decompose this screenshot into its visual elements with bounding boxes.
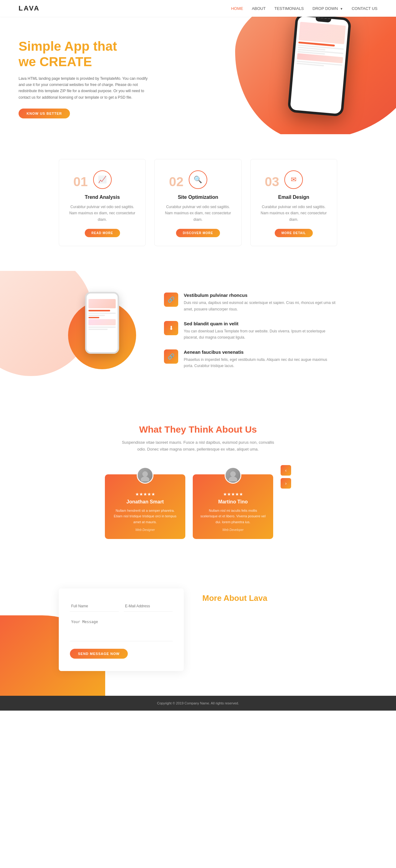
testi-card-1: ★★★★★ Martino Tino Nullam nisl mi iaculi…: [193, 474, 273, 539]
svg-point-1: [141, 476, 149, 482]
feature-desc-2: Curabitur pulvinar vel odio sed sagittis…: [259, 204, 328, 223]
feature-icon-1: 🔍: [189, 170, 207, 189]
social-icons: f t in g+ p: [202, 653, 337, 662]
hero-cta-button[interactable]: KNOW US BETTER: [19, 108, 70, 118]
about-inner: 🔗 Vestibulum pulvinar rhoncus Duis nisi …: [59, 292, 337, 378]
full-name-input[interactable]: [70, 601, 119, 612]
navbar: LAVA HOME ABOUT TESTIMONIALS DROP DOWN ▼…: [0, 0, 396, 17]
social-pinterest[interactable]: p: [252, 653, 261, 662]
feature-icon-2: ✉: [284, 170, 303, 189]
email-input[interactable]: [124, 601, 173, 612]
contact-form-wrap: SEND MESSAGE NOW: [59, 588, 184, 671]
about-features: 🔗 Vestibulum pulvinar rhoncus Duis nisi …: [164, 292, 337, 378]
testi-name-1: Martino Tino: [200, 499, 266, 505]
nav-links: HOME ABOUT TESTIMONIALS DROP DOWN ▼ CONT…: [231, 6, 377, 11]
testi-next-button[interactable]: ›: [281, 478, 291, 489]
about-desc-0: Duis nisi uma, dapibus sed euismod ac sc…: [184, 300, 337, 312]
nav-logo[interactable]: LAVA: [19, 4, 40, 12]
testi-content-0: ★★★★★ Jonathan Smart Nullam hendrerit si…: [112, 480, 178, 532]
nav-link-about[interactable]: ABOUT: [252, 6, 266, 11]
feature-num-2: 03: [265, 175, 279, 188]
feature-title-0: Trend Analysis: [68, 194, 137, 200]
contact-section: SEND MESSAGE NOW More About Lava Praesen…: [0, 564, 396, 696]
about-title-0: Vestibulum pulvinar rhoncus: [184, 292, 337, 298]
testi-name-0: Jonathan Smart: [112, 499, 178, 505]
about-phone-mock: [85, 292, 119, 354]
social-linkedin[interactable]: in: [227, 653, 236, 662]
nav-item-testimonials[interactable]: TESTIMONIALS: [274, 6, 304, 11]
svg-point-3: [229, 476, 237, 482]
testi-text-1: Nullam nisl mi iaculis felis mollis scel…: [200, 508, 266, 525]
contact-para2: If you need this contact form to send em…: [202, 633, 337, 647]
social-facebook[interactable]: f: [202, 653, 212, 662]
testi-content-1: ★★★★★ Martino Tino Nullam nisl mi iaculi…: [200, 480, 266, 532]
testi-navigation: ‹ ›: [281, 465, 291, 489]
nav-item-contact[interactable]: CONTACT US: [352, 6, 377, 11]
nav-link-home[interactable]: HOME: [231, 6, 243, 11]
about-feature-2: 🔗 Aenean faucibus venenatis Phasellus in…: [164, 349, 337, 369]
about-desc-1: You can download Lava Template from our …: [184, 328, 337, 341]
feature-num-1: 02: [169, 175, 183, 188]
feature-num-0: 01: [73, 175, 88, 188]
feature-card-1: 02 🔍 Site Optimization Curabitur pulvina…: [154, 159, 241, 246]
hero-content: Simple App that we CREATE Lava HTML land…: [19, 39, 149, 118]
send-message-button[interactable]: SEND MESSAGE NOW: [70, 649, 128, 659]
about-feature-0: 🔗 Vestibulum pulvinar rhoncus Duis nisi …: [164, 292, 337, 312]
feature-card-0: 01 📈 Trend Analysis Curabitur pulvinar v…: [59, 159, 146, 246]
feature-btn-0[interactable]: READ MORE: [85, 229, 120, 237]
about-text-0: Vestibulum pulvinar rhoncus Duis nisi um…: [184, 292, 337, 312]
testi-text-0: Nullam hendrerit sit a semper pharetra. …: [112, 508, 178, 525]
about-phone-wrap: [59, 301, 145, 369]
nav-link-dropdown[interactable]: DROP DOWN ▼: [312, 6, 343, 11]
nav-link-contact[interactable]: CONTACT US: [352, 6, 377, 11]
feature-icon-0: 📈: [93, 170, 112, 189]
testimonials-grid: ★★★★★ Jonathan Smart Nullam hendrerit si…: [19, 465, 377, 539]
testimonials-section: What They Think About Us Suspendisse vit…: [0, 400, 396, 564]
nav-link-testimonials[interactable]: TESTIMONIALS: [274, 6, 304, 11]
contact-info-heading: More About Lava: [202, 593, 337, 603]
message-textarea[interactable]: [70, 617, 173, 641]
feature-btn-1[interactable]: DISCOVER MORE: [176, 229, 220, 237]
feature-card-inner-0: 01 📈 Trend Analysis Curabitur pulvinar v…: [68, 170, 137, 237]
nav-item-home[interactable]: HOME: [231, 6, 243, 11]
feature-title-1: Site Optimization: [163, 194, 232, 200]
social-twitter[interactable]: t: [215, 653, 224, 662]
feature-btn-2[interactable]: MORE DETAIL: [275, 229, 313, 237]
feature-desc-1: Curabitur pulvinar vel odio sed sagittis…: [163, 204, 232, 223]
testi-avatar-1: [224, 467, 241, 484]
hero-title: Simple App that we CREATE: [19, 39, 149, 70]
about-text-1: Sed blandit quam in velit You can downlo…: [184, 321, 337, 341]
features-grid: 01 📈 Trend Analysis Curabitur pulvinar v…: [59, 159, 337, 246]
testi-stars-1: ★★★★★: [200, 492, 266, 497]
about-title-1: Sed blandit quam in velit: [184, 321, 337, 326]
about-text-2: Aenean faucibus venenatis Phasellus in i…: [184, 349, 337, 369]
contact-para1: Praesent dapibus uma vel lacus accumsan,…: [202, 609, 337, 629]
about-icon-0: 🔗: [164, 292, 178, 307]
phone-screen-image: [299, 22, 346, 44]
testi-prev-button[interactable]: ‹: [281, 465, 291, 475]
about-desc-2: Phasellus in imperdiet felis, eget vesti…: [184, 356, 337, 369]
about-icon-2: 🔗: [164, 349, 178, 364]
svg-point-0: [142, 471, 148, 477]
footer-text: Copyright © 2019 Company Name. All right…: [157, 701, 239, 705]
contact-inner: SEND MESSAGE NOW More About Lava Praesen…: [59, 588, 337, 671]
chevron-down-icon: ▼: [340, 7, 343, 10]
feature-desc-0: Curabitur pulvinar vel odio sed sagittis…: [68, 204, 137, 223]
social-googleplus[interactable]: g+: [240, 653, 249, 662]
avatar-img-0: [138, 468, 153, 483]
testi-avatar-0: [137, 467, 153, 484]
testi-role-1: Web Developer: [200, 528, 266, 532]
about-feature-1: ⬇ Sed blandit quam in velit You can down…: [164, 321, 337, 341]
footer: Copyright © 2019 Company Name. All right…: [0, 696, 396, 711]
svg-point-2: [230, 471, 236, 477]
testi-card-0: ★★★★★ Jonathan Smart Nullam hendrerit si…: [105, 474, 185, 539]
nav-item-dropdown[interactable]: DROP DOWN ▼: [312, 6, 343, 11]
testi-role-0: Web Designer: [112, 528, 178, 532]
about-section: 🔗 Vestibulum pulvinar rhoncus Duis nisi …: [0, 271, 396, 399]
features-section: 01 📈 Trend Analysis Curabitur pulvinar v…: [0, 134, 396, 271]
testimonials-subtitle: Suspendisse vitae laoreet mauris. Fusce …: [121, 439, 275, 453]
avatar-img-1: [225, 468, 240, 483]
feature-card-inner-1: 02 🔍 Site Optimization Curabitur pulvina…: [163, 170, 232, 237]
about-title-2: Aenean faucibus venenatis: [184, 349, 337, 355]
nav-item-about[interactable]: ABOUT: [252, 6, 266, 11]
